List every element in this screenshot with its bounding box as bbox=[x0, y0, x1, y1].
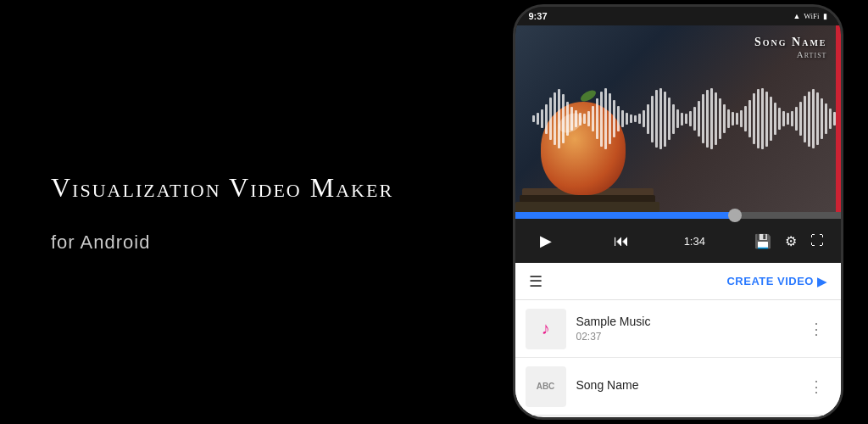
wave-bar bbox=[795, 107, 798, 131]
wave-bar bbox=[723, 104, 726, 133]
progress-thumb[interactable] bbox=[728, 209, 742, 222]
list-item[interactable]: ABC Song Name ⋮ bbox=[515, 358, 841, 416]
wave-bar bbox=[732, 112, 734, 126]
wave-bar bbox=[596, 98, 598, 139]
item-more-button[interactable]: ⋮ bbox=[802, 371, 831, 403]
wave-bar bbox=[587, 111, 590, 126]
wave-bar bbox=[710, 88, 713, 149]
wave-bar bbox=[549, 98, 552, 140]
prev-button[interactable]: ⏮ bbox=[608, 227, 635, 254]
status-bar: 9:37 ▲ WiFi ▮ bbox=[515, 7, 841, 25]
wave-bar bbox=[821, 98, 823, 139]
wave-bar bbox=[566, 102, 569, 136]
wave-bar bbox=[655, 90, 658, 148]
item-title: Song Name bbox=[576, 378, 802, 392]
create-video-button[interactable]: CREATE VIDEO ▶ bbox=[726, 275, 826, 288]
wave-bar bbox=[592, 106, 594, 131]
wave-bar bbox=[693, 107, 696, 131]
phone-mockup: 9:37 ▲ WiFi ▮ Song Na bbox=[513, 4, 843, 420]
wave-bar bbox=[715, 92, 717, 145]
wave-bar bbox=[740, 110, 743, 127]
wave-bar bbox=[778, 108, 781, 130]
wave-bar bbox=[782, 111, 785, 126]
right-panel: 9:37 ▲ WiFi ▮ Song Na bbox=[487, 0, 868, 424]
wave-bar bbox=[804, 96, 806, 142]
wave-bar bbox=[791, 111, 793, 126]
item-subtitle: 02:37 bbox=[576, 331, 802, 343]
wave-bar bbox=[532, 115, 535, 122]
wave-bar bbox=[748, 100, 751, 137]
wave-bar bbox=[676, 109, 679, 128]
wave-bar bbox=[816, 92, 819, 145]
list-item[interactable]: ♪ Sample Music 02:37 ⋮ bbox=[515, 300, 841, 358]
wave-bar bbox=[681, 113, 683, 126]
wave-bar bbox=[702, 94, 704, 143]
wave-bar bbox=[736, 113, 738, 125]
wave-bar bbox=[668, 98, 670, 140]
wave-bar bbox=[613, 100, 615, 137]
time-display: 1:34 bbox=[684, 235, 705, 248]
bottom-list: ☰ CREATE VIDEO ▶ ♪ Sample Music 02:37 ⋮ bbox=[515, 263, 841, 417]
wave-bar bbox=[774, 103, 776, 135]
save-button[interactable]: 💾 bbox=[754, 233, 771, 249]
create-video-label: CREATE VIDEO bbox=[726, 275, 814, 287]
play-button[interactable]: ▶ bbox=[532, 227, 559, 254]
list-header: ☰ CREATE VIDEO ▶ bbox=[515, 263, 841, 300]
wave-bar bbox=[753, 93, 755, 144]
item-more-button[interactable]: ⋮ bbox=[802, 313, 831, 345]
progress-bar-fill bbox=[515, 212, 737, 219]
wave-bar bbox=[698, 101, 700, 137]
music-note-icon: ♪ bbox=[542, 319, 550, 338]
wave-bar bbox=[744, 106, 747, 131]
wave-bar bbox=[651, 96, 654, 142]
settings-button[interactable]: ⚙ bbox=[785, 233, 797, 249]
item-title: Sample Music bbox=[576, 315, 802, 328]
wave-bar bbox=[537, 113, 539, 125]
text-icon: ABC bbox=[537, 382, 555, 391]
wave-bar bbox=[799, 102, 802, 136]
song-info-overlay: Song Name Artist bbox=[754, 36, 827, 59]
wave-bar bbox=[664, 92, 666, 147]
wave-bar bbox=[829, 109, 832, 129]
wave-bar bbox=[761, 88, 764, 149]
wave-bar bbox=[638, 114, 641, 124]
wave-bar bbox=[621, 110, 624, 127]
progress-bar-container[interactable] bbox=[515, 212, 841, 219]
wave-bar bbox=[812, 89, 815, 148]
wave-bar bbox=[545, 104, 548, 134]
wave-bar bbox=[672, 104, 675, 134]
playback-controls: ▶ ⏮ 1:34 💾 ⚙ ⛶ bbox=[515, 219, 841, 263]
left-panel: Visualization Video Maker for Android bbox=[0, 0, 487, 424]
list-item-info: Song Name bbox=[576, 378, 802, 394]
wave-bar bbox=[765, 92, 768, 147]
wave-bar bbox=[787, 113, 789, 125]
wave-bar bbox=[634, 115, 637, 122]
wave-bar bbox=[609, 93, 611, 144]
wave-bar bbox=[825, 103, 827, 134]
wifi-icon: WiFi bbox=[804, 12, 819, 20]
wave-bar bbox=[757, 89, 760, 148]
fullscreen-button[interactable]: ⛶ bbox=[810, 233, 824, 248]
wave-bar bbox=[600, 92, 603, 147]
wave-bar bbox=[570, 107, 573, 131]
wave-bar bbox=[689, 111, 692, 126]
wave-bar bbox=[583, 114, 586, 124]
app-title: Visualization Video Maker bbox=[51, 170, 393, 206]
battery-icon: ▮ bbox=[823, 12, 827, 20]
status-time: 9:37 bbox=[529, 11, 548, 21]
signal-icon: ▲ bbox=[793, 12, 800, 20]
wave-bar bbox=[604, 88, 607, 149]
wave-bar bbox=[541, 109, 543, 128]
wave-bar bbox=[554, 92, 556, 145]
ctrl-icons-right: 💾 ⚙ ⛶ bbox=[754, 233, 824, 249]
create-video-arrow: ▶ bbox=[817, 275, 827, 288]
wave-bar bbox=[685, 114, 687, 124]
viz-area: Song Name Artist bbox=[515, 25, 841, 212]
hamburger-icon[interactable]: ☰ bbox=[529, 272, 542, 291]
wave-bar bbox=[727, 109, 730, 128]
list-item-info: Sample Music 02:37 bbox=[576, 315, 802, 343]
status-icons: ▲ WiFi ▮ bbox=[793, 12, 826, 20]
wave-bar bbox=[770, 97, 772, 141]
wave-bar bbox=[575, 110, 577, 127]
wave-bar bbox=[558, 89, 560, 148]
